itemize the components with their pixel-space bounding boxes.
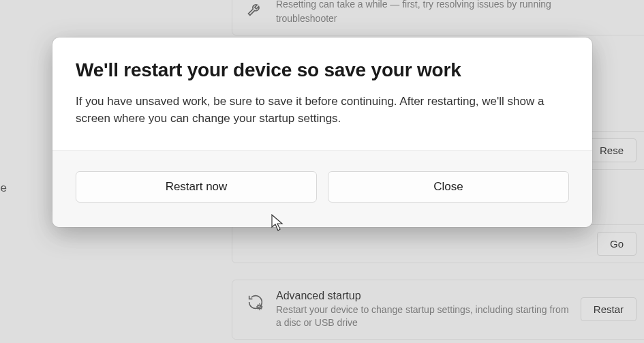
restart-dialog: We'll restart your device so save your w… [52,38,592,227]
dialog-actions: Restart now Close [52,151,592,227]
dialog-title: We'll restart your device so save your w… [76,59,569,81]
restart-now-button[interactable]: Restart now [76,171,317,203]
dialog-message: If you have unsaved work, be sure to sav… [76,93,569,127]
close-button[interactable]: Close [328,171,569,203]
